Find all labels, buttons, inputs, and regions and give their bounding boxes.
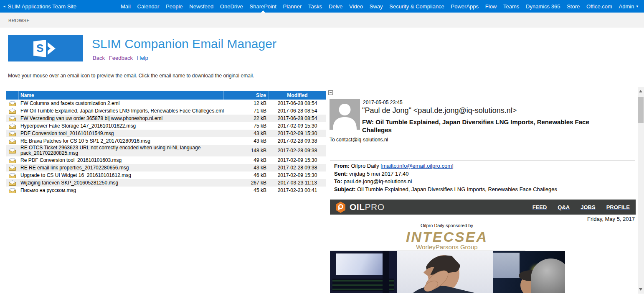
open-envelope-icon[interactable]	[9, 123, 16, 129]
photo-monitor-edge	[383, 251, 389, 293]
email-name-link[interactable]: RE RE email link properties_201702280656…	[19, 165, 224, 171]
header-sent: Sent: vrijdag 5 mei 2017 17:40	[334, 170, 557, 178]
suite-nav-item-video[interactable]: Video	[347, 0, 365, 13]
email-size: 12 kB	[224, 100, 269, 106]
suite-nav-item-tasks[interactable]: Tasks	[306, 0, 325, 13]
email-icon-cell	[6, 180, 19, 186]
email-name-link[interactable]: Re PDF Conversion tool_201610101603.msg	[19, 158, 224, 163]
open-envelope-icon[interactable]	[9, 180, 16, 186]
sharepoint-logo-tile[interactable]: S	[8, 35, 83, 61]
suite-nav-item-people[interactable]: People	[163, 0, 185, 13]
email-name-link[interactable]: Wijziging tarieven SKP_201605281250.msg	[19, 180, 224, 186]
suite-nav-item-delve[interactable]: Delve	[326, 0, 345, 13]
suite-nav-item-store[interactable]: Store	[564, 0, 582, 13]
preview-date: 2017-05-05 23:45	[363, 100, 403, 105]
email-icon-cell	[6, 108, 19, 114]
open-envelope-icon[interactable]	[9, 138, 16, 144]
oilpro-nav-jobs[interactable]: JOBS	[581, 204, 595, 210]
email-modified: 2017-02-09 15:30	[269, 131, 326, 136]
table-row: Hyperpower Fake Storage 147_201610101622…	[6, 122, 326, 130]
email-modified: 2017-06-28 08:54	[269, 100, 326, 106]
email-size: 43 kB	[224, 165, 269, 171]
suite-nav-item-newsfeed[interactable]: Newsfeed	[187, 0, 216, 13]
scrollbar-thumb[interactable]	[638, 97, 644, 123]
email-name-link[interactable]: FW Verzending van uw order 365878 bij ww…	[19, 116, 224, 121]
oilpro-nav-profile[interactable]: PROFILE	[606, 204, 630, 210]
suite-nav-item-sway[interactable]: Sway	[367, 0, 385, 13]
sponsored-by-text: Oilpro Daily sponsored by	[330, 223, 564, 228]
open-envelope-icon[interactable]	[9, 165, 16, 171]
mailto-link[interactable]: [mailto:info@email.oilpro.com]	[380, 163, 453, 169]
email-size: 71 kB	[224, 108, 269, 114]
preview-subject: FW: Oil Tumble Explained, Japan Diversif…	[362, 118, 620, 134]
oilpro-nav: FEEDQ&AJOBSPROFILE	[532, 204, 630, 210]
open-envelope-icon[interactable]	[9, 148, 16, 154]
suite-nav-item-powerapps[interactable]: PowerApps	[449, 0, 481, 13]
column-header-modified[interactable]: Modified	[269, 91, 326, 100]
newsletter-date: Friday, May 5, 2017	[587, 216, 635, 222]
column-header-icon	[6, 91, 19, 100]
oilpro-nav-feed[interactable]: FEED	[532, 204, 547, 210]
open-envelope-icon[interactable]	[9, 101, 16, 106]
column-header-name[interactable]: Name	[19, 91, 224, 100]
email-name-link[interactable]: Письмо на русском.msg	[19, 188, 224, 193]
email-size: 45 kB	[224, 187, 269, 193]
back-link[interactable]: Back	[93, 55, 105, 61]
email-name-link[interactable]: RE OTCS Ticket 2963623 URL not correctly…	[19, 145, 224, 156]
scroll-down-icon[interactable]	[639, 288, 642, 291]
newsletter-photo	[330, 251, 565, 293]
photo-background-right	[493, 251, 565, 293]
open-envelope-icon[interactable]	[9, 188, 16, 193]
email-size: 46 kB	[224, 172, 269, 178]
suite-nav-item-office-com[interactable]: Office.com	[584, 0, 615, 13]
email-modified: 2017-02-23 00:41	[269, 187, 326, 193]
suite-nav-item-calendar[interactable]: Calendar	[135, 0, 162, 13]
suite-nav-item-flow[interactable]: Flow	[483, 0, 499, 13]
suite-nav-item-sharepoint[interactable]: SharePoint	[247, 0, 279, 13]
oilpro-nav-q-a[interactable]: Q&A	[558, 204, 570, 210]
open-envelope-icon[interactable]	[9, 173, 16, 178]
email-name-link[interactable]: PDF Conversion tool_201610101549.msg	[19, 131, 224, 136]
email-name-link[interactable]: Hyperpower Fake Storage 147_201610101622…	[19, 123, 224, 129]
open-envelope-icon[interactable]	[9, 158, 16, 163]
suite-nav-item-planner[interactable]: Planner	[281, 0, 304, 13]
header-subject: Subject: Oil Tumble Explained, Japan Div…	[334, 186, 557, 194]
email-name-link[interactable]: FW Columns and facets customization 2.em…	[19, 101, 224, 106]
table-row: RE OTCS Ticket 2963623 URL not correctly…	[6, 145, 326, 156]
open-envelope-icon[interactable]	[9, 108, 16, 114]
sent-label: Sent:	[334, 171, 348, 177]
scroll-up-icon[interactable]	[639, 90, 642, 92]
open-envelope-icon[interactable]	[9, 116, 16, 121]
tab-browse[interactable]: BROWSE	[8, 18, 30, 23]
suite-bar: ◂ SLIM Applications Team Site MailCalend…	[0, 0, 644, 13]
collapse-toggle-icon[interactable]	[328, 90, 333, 95]
suite-nav-item-security-compliance[interactable]: Security & Compliance	[387, 0, 447, 13]
email-size: 22 kB	[224, 115, 269, 121]
suite-brand[interactable]: ◂ SLIM Applications Team Site	[3, 0, 76, 13]
table-row: PDF Conversion tool_201610101549.msg43 k…	[6, 130, 326, 137]
feedback-link[interactable]: Feedback	[109, 55, 133, 61]
email-name-link[interactable]: Upgrade to CS UI Widget 16_201610101612.…	[19, 173, 224, 178]
suite-nav-item-mail[interactable]: Mail	[118, 0, 133, 13]
to-label: To:	[334, 178, 342, 184]
email-modified: 2017-02-09 15:30	[269, 157, 326, 163]
preview-sender: "Paul de Jong" <paul.de.jong@iq-solution…	[362, 106, 517, 115]
email-name-link[interactable]: RE Brava Patches for CS 10 5 SP1 2_20170…	[19, 138, 224, 144]
email-name-link[interactable]: FW Oil Tumble Explained, Japan Diversifi…	[19, 108, 224, 114]
table-header-row: Name Size Modified	[6, 91, 326, 100]
suite-nav-item-onedrive[interactable]: OneDrive	[218, 0, 246, 13]
suite-nav-item-dynamics-365[interactable]: Dynamics 365	[523, 0, 563, 13]
photo-grayhair-head	[531, 258, 565, 293]
table-row: Re PDF Conversion tool_201610101603.msg4…	[6, 156, 326, 164]
svg-text:S: S	[36, 42, 43, 54]
suite-nav-item-teams[interactable]: Teams	[501, 0, 522, 13]
email-modified: 2017-06-28 08:54	[269, 108, 326, 114]
mail-headers-block: From: Oilpro Daily [mailto:info@email.oi…	[334, 162, 557, 193]
suite-nav-item-admin[interactable]: Admin▾	[616, 0, 641, 13]
open-envelope-icon[interactable]	[9, 131, 16, 136]
oilpro-logo-icon	[335, 201, 346, 213]
preview-scrollbar[interactable]	[638, 87, 644, 294]
column-header-size[interactable]: Size	[224, 91, 269, 100]
email-icon-cell	[6, 123, 19, 129]
help-link[interactable]: Help	[137, 55, 148, 61]
